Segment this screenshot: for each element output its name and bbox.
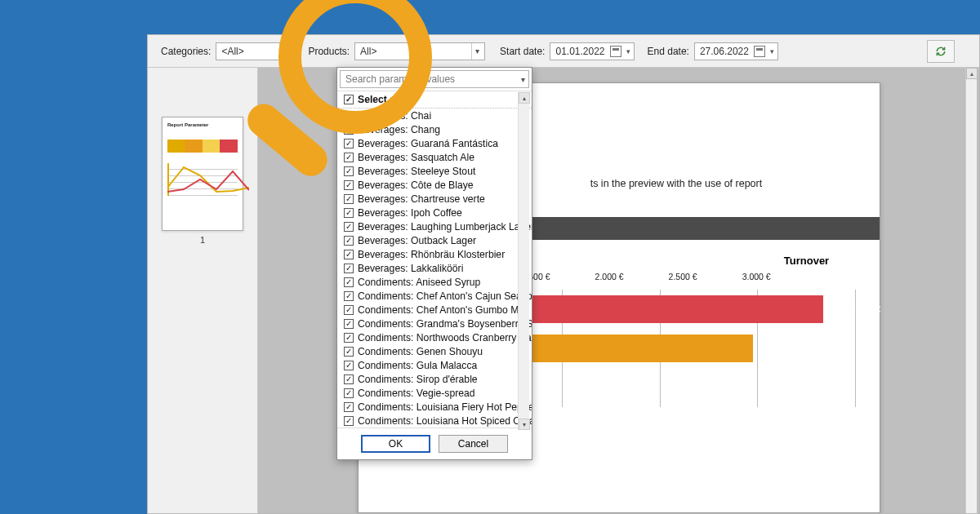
checkbox-icon	[344, 374, 354, 384]
dropdown-scrollbar[interactable]: ▴ ▾	[518, 92, 529, 430]
parameter-search-input[interactable]: Search parameter values ▾	[340, 70, 529, 88]
checkbox-icon	[344, 125, 354, 135]
parameter-list-item[interactable]: Beverages: Sasquatch Ale	[337, 150, 532, 164]
enddate-value: 27.06.2022	[700, 46, 749, 57]
thumb-title: Report Parameter	[167, 122, 238, 127]
chevron-down-icon: ▾	[626, 47, 630, 55]
checkbox-icon	[344, 95, 354, 104]
checkbox-icon	[344, 222, 354, 232]
parameter-list-item[interactable]: Condiments: Northwoods Cranberry Sauce	[337, 330, 532, 344]
checkbox-icon	[344, 277, 354, 287]
select-all-item[interactable]: Select all	[337, 91, 532, 109]
parameter-list-item[interactable]: Condiments: Genen Shouyu	[337, 344, 532, 358]
checkbox-icon	[344, 264, 354, 273]
chevron-down-icon: ▾	[471, 43, 481, 60]
checkbox-icon	[344, 305, 354, 315]
checkbox-icon	[344, 291, 354, 301]
parameter-list-item[interactable]: Condiments: Gula Malacca	[337, 358, 532, 372]
scroll-down-icon[interactable]: ▾	[519, 419, 530, 430]
products-combo[interactable]: All> ▾	[354, 42, 485, 60]
axis-tick: 2.000 €	[595, 272, 624, 281]
parameter-list-item[interactable]: Beverages: Steeleye Stout	[337, 164, 532, 178]
parameter-list-item[interactable]: Condiments: Chef Anton's Cajun Seasoning	[337, 289, 532, 303]
thumb-mini-chart	[167, 163, 238, 196]
parameter-list-item[interactable]: Condiments: Grandma's Boysenberry Spread	[337, 317, 532, 330]
thumbnail-pane: Report Parameter 1	[148, 68, 258, 513]
parameter-list: Select allBeverages: ChaiBeverages: Chan…	[337, 91, 532, 428]
checkbox-icon	[344, 111, 354, 121]
checkbox-icon	[344, 333, 354, 343]
parameter-toolbar: Categories: <All> ▾ Products: All> ▾ Sta…	[148, 35, 979, 68]
categories-label: Categories:	[161, 46, 211, 57]
startdate-input[interactable]: 01.01.2022 ▾	[550, 42, 634, 60]
categories-value: <All>	[221, 46, 243, 57]
parameter-list-item[interactable]: Condiments: Sirop d'érable	[337, 372, 532, 386]
products-label: Products:	[308, 46, 350, 57]
checkbox-icon	[344, 250, 354, 259]
scroll-up-icon[interactable]: ▴	[966, 68, 978, 79]
parameter-search-placeholder: Search parameter values	[345, 73, 455, 85]
parameter-list-item[interactable]: Beverages: Guaraná Fantástica	[337, 136, 532, 150]
chart-axis-ticks: 1.500 € 2.000 € 2.500 € 3.000 €	[522, 272, 855, 281]
checkbox-icon	[344, 361, 354, 370]
startdate-label: Start date:	[500, 46, 545, 57]
parameter-list-item[interactable]: Condiments: Vegie-spread	[337, 386, 532, 400]
refresh-button[interactable]	[927, 40, 955, 63]
ok-button[interactable]: OK	[361, 435, 430, 453]
axis-tick: 3.000 €	[742, 272, 771, 281]
vertical-scrollbar[interactable]: ▴	[965, 68, 977, 513]
report-designer-window: Categories: <All> ▾ Products: All> ▾ Sta…	[147, 34, 980, 514]
parameter-list-item[interactable]: Beverages: Côte de Blaye	[337, 178, 532, 192]
parameter-list-item[interactable]: Condiments: Chef Anton's Gumbo Mix	[337, 303, 532, 317]
checkbox-icon	[344, 319, 354, 329]
checkbox-icon	[344, 180, 354, 190]
products-dropdown-popup: Search parameter values ▾ Select allBeve…	[336, 67, 532, 460]
checkbox-icon	[344, 153, 354, 162]
checkbox-icon	[344, 388, 354, 398]
parameter-list-item[interactable]: Beverages: Chartreuse verte	[337, 192, 532, 206]
checkbox-icon	[344, 236, 354, 246]
parameter-list-item[interactable]: Beverages: Chai	[337, 109, 532, 122]
checkbox-icon	[344, 402, 354, 412]
scroll-up-icon[interactable]: ▴	[519, 92, 530, 104]
enddate-label: End date:	[648, 46, 689, 57]
axis-tick: 2.500 €	[669, 272, 697, 281]
calendar-icon	[610, 46, 621, 57]
parameter-list-item[interactable]: Beverages: Chang	[337, 122, 532, 136]
calendar-icon	[754, 46, 765, 57]
chevron-down-icon: ▾	[279, 43, 289, 60]
thumb-legend	[167, 140, 238, 153]
parameter-list-item[interactable]: Beverages: Laughing Lumberjack Lager	[337, 219, 532, 233]
report-body-rest: ts in the preview with the use of report	[590, 178, 763, 189]
parameter-list-item[interactable]: Condiments: Louisiana Fiery Hot Pepper S…	[337, 400, 532, 414]
page-thumbnail[interactable]: Report Parameter	[162, 117, 243, 231]
checkbox-icon	[344, 347, 354, 357]
cancel-button[interactable]: Cancel	[439, 435, 508, 453]
parameter-list-item[interactable]: Condiments: Aniseed Syrup	[337, 275, 532, 289]
parameter-list-item[interactable]: Beverages: Rhönbräu Klosterbier	[337, 247, 532, 261]
products-value: All>	[360, 46, 376, 57]
categories-combo[interactable]: <All> ▾	[216, 42, 293, 60]
thumb-page-number: 1	[200, 235, 205, 245]
chevron-down-icon: ▾	[770, 47, 774, 55]
refresh-icon	[935, 46, 947, 57]
enddate-input[interactable]: 27.06.2022 ▾	[694, 42, 778, 60]
parameter-list-item[interactable]: Beverages: Outback Lager	[337, 233, 532, 247]
checkbox-icon	[344, 208, 354, 218]
parameter-list-item[interactable]: Beverages: Lakkalikööri	[337, 261, 532, 275]
chevron-down-icon: ▾	[521, 75, 525, 84]
checkbox-icon	[344, 166, 354, 176]
checkbox-icon	[344, 139, 354, 148]
checkbox-icon	[344, 416, 354, 426]
parameter-list-item[interactable]: Condiments: Louisiana Hot Spiced Okra	[337, 414, 532, 428]
parameter-list-item[interactable]: Beverages: Ipoh Coffee	[337, 206, 532, 219]
startdate-value: 01.01.2022	[555, 46, 604, 57]
checkbox-icon	[344, 194, 354, 204]
chart-title: Turnover	[571, 255, 980, 267]
